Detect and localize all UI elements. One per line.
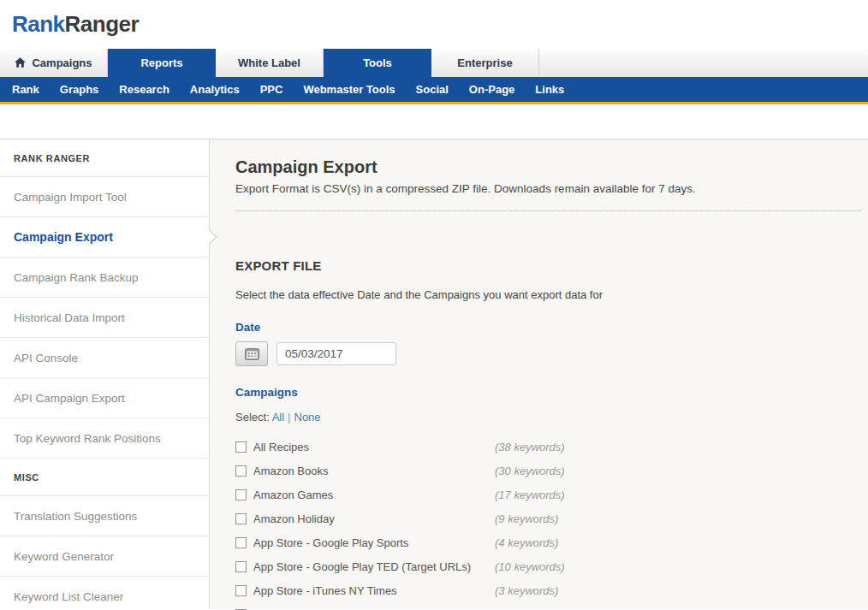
tabrow-filler [539, 49, 868, 77]
campaign-row[interactable]: App Store - Google Play Sports (4 keywor… [235, 530, 868, 554]
tab-label: Enterprise [457, 56, 512, 69]
campaign-name: All Recipes [253, 441, 495, 453]
tab-reports[interactable]: Reports [108, 49, 216, 77]
sidebar-item-historical-data-import[interactable]: Historical Data Import [0, 298, 209, 338]
campaign-checkbox[interactable] [235, 489, 247, 500]
dotted-divider [235, 210, 861, 211]
subnav-social[interactable]: Social [406, 83, 459, 96]
page-title: Campaign Export [235, 157, 868, 177]
campaign-name: App Store - iTunes NY Times [253, 584, 495, 597]
campaign-name: Amazon Games [253, 489, 495, 501]
content-area: RANK RANGER Campaign Import Tool Campaig… [0, 139, 868, 609]
campaign-name: App Store - Google Play TED (Target URLs… [253, 560, 495, 573]
sidebar-item-top-keyword-rank-positions[interactable]: Top Keyword Rank Positions [0, 418, 209, 459]
campaign-row[interactable]: All Recipes (38 keywords) [235, 435, 868, 459]
sidebar-item-api-console[interactable]: API Console [0, 338, 209, 378]
subnav-research[interactable]: Research [109, 83, 180, 96]
campaign-checkbox[interactable] [235, 513, 247, 524]
campaign-keyword-count: (17 keywords) [495, 489, 565, 501]
sidebar-item-campaign-import-tool[interactable]: Campaign Import Tool [0, 177, 209, 217]
campaign-row[interactable]: Amazon Games (17 keywords) [235, 483, 868, 506]
campaign-checkbox[interactable] [235, 465, 247, 477]
date-label: Date [235, 321, 868, 334]
subnav-webmaster-tools[interactable]: Webmaster Tools [293, 83, 405, 96]
tab-tools[interactable]: Tools [324, 49, 431, 77]
tab-enterprise[interactable]: Enterprise [431, 49, 539, 77]
campaign-row[interactable]: App Store - Google Play TED (Target URLs… [235, 554, 868, 578]
page-subtitle: Export Format is CSV(s) in a compressed … [235, 182, 868, 195]
subnav-links[interactable]: Links [525, 83, 574, 96]
campaign-name: App Store - Google Play Sports [253, 536, 495, 549]
home-icon [15, 57, 26, 68]
campaign-checkbox[interactable] [235, 441, 247, 453]
date-row [235, 341, 868, 366]
subnav-rank[interactable]: Rank [2, 83, 50, 96]
campaigns-label: Campaigns [235, 386, 868, 399]
tab-label: Campaigns [32, 56, 92, 69]
campaign-row[interactable]: Amazon Holiday (9 keywords) [235, 506, 868, 530]
campaign-row[interactable]: Amazon Books (30 keywords) [235, 459, 868, 483]
main-panel: Campaign Export Export Format is CSV(s) … [210, 139, 868, 609]
sidebar-item-keyword-list-cleaner[interactable]: Keyword List Cleaner [0, 577, 209, 610]
campaign-checkbox[interactable] [235, 585, 247, 596]
subnav-graphs[interactable]: Graphs [50, 83, 110, 96]
campaign-checkbox[interactable] [235, 537, 247, 548]
logo-ranger: Ranger [65, 11, 140, 37]
campaign-keyword-count: (9 keywords) [495, 512, 558, 525]
sidebar-item-campaign-rank-backup[interactable]: Campaign Rank Backup [0, 258, 209, 298]
campaign-keyword-count: (30 keywords) [495, 465, 565, 477]
subnav-analytics[interactable]: Analytics [180, 83, 250, 96]
app-header: RankRanger [0, 0, 868, 49]
campaign-keyword-count: (38 keywords) [495, 441, 565, 453]
campaign-keyword-count: (3 keywords) [495, 584, 558, 597]
tab-campaigns[interactable]: Campaigns [0, 49, 108, 77]
sidebar-item-translation-suggestions[interactable]: Translation Suggestions [0, 496, 209, 536]
calendar-button[interactable] [235, 341, 268, 366]
header-content-gap [0, 104, 868, 139]
sidebar: RANK RANGER Campaign Import Tool Campaig… [0, 139, 210, 609]
logo-rank: Rank [12, 11, 65, 37]
campaign-keyword-count: (10 keywords) [495, 560, 565, 573]
export-file-heading: EXPORT FILE [235, 258, 868, 273]
select-row: Select: All|None [235, 411, 868, 423]
logo[interactable]: RankRanger [0, 0, 868, 38]
select-label: Select: [235, 411, 270, 423]
date-input[interactable] [276, 342, 396, 365]
sidebar-section-misc: MISC [0, 459, 209, 496]
tab-white-label[interactable]: White Label [216, 49, 324, 77]
calendar-icon [245, 348, 259, 360]
select-all-link[interactable]: All [272, 411, 284, 423]
select-separator: | [288, 411, 290, 423]
campaign-name: Amazon Books [253, 465, 495, 477]
campaign-row[interactable]: App Store - iTunes NY Times (3 keywords) [235, 578, 868, 602]
tab-label: Tools [363, 56, 392, 69]
sidebar-item-campaign-export[interactable]: Campaign Export [0, 217, 209, 258]
export-file-hint: Select the data effective Date and the C… [235, 288, 868, 301]
select-none-link[interactable]: None [294, 411, 321, 423]
primary-nav: Campaigns Reports White Label Tools Ente… [0, 49, 868, 77]
campaign-list: All Recipes (38 keywords) Amazon Books (… [235, 435, 868, 610]
sidebar-item-api-campaign-export[interactable]: API Campaign Export [0, 378, 209, 418]
tab-label: Reports [140, 56, 182, 69]
sidebar-item-keyword-generator[interactable]: Keyword Generator [0, 536, 209, 577]
sidebar-item-label: Campaign Export [14, 230, 113, 244]
secondary-nav: Rank Graphs Research Analytics PPC Webma… [0, 77, 868, 104]
sidebar-section-rank-ranger: RANK RANGER [0, 139, 209, 177]
campaign-checkbox[interactable] [235, 561, 247, 572]
tab-label: White Label [238, 56, 300, 69]
campaign-name: Amazon Holiday [253, 512, 495, 525]
campaign-keyword-count: (4 keywords) [495, 536, 558, 549]
subnav-on-page[interactable]: On-Page [459, 83, 525, 96]
campaign-row[interactable]: Apple (30 keywords) [235, 602, 868, 610]
subnav-ppc[interactable]: PPC [250, 83, 294, 96]
